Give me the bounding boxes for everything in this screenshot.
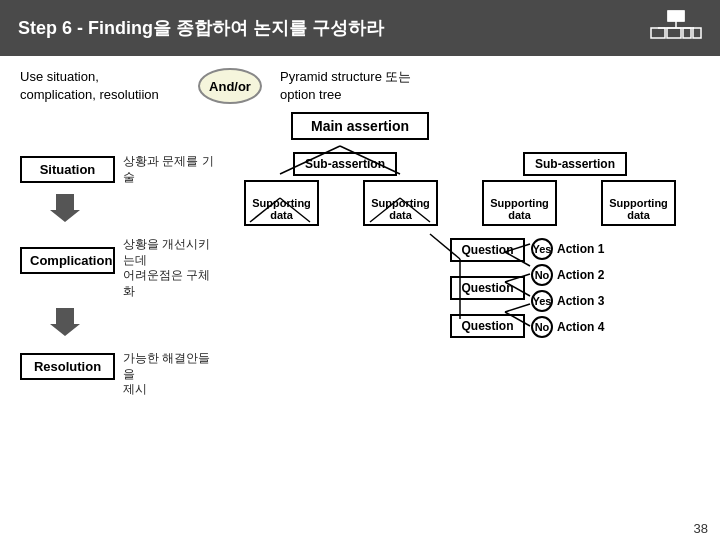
situation-label: Situation [20, 156, 115, 183]
main-assertion-box: Main assertion [291, 112, 429, 140]
left-column: Situation 상황과 문제를 기술 Complication 상황을 개선… [20, 144, 220, 406]
arrow-down-1 [50, 194, 80, 222]
pyramid-label: Pyramid structure 또는 option tree [280, 68, 411, 104]
arrow-down-2 [50, 308, 80, 336]
actions-column: Yes Action 1 No Action 2 Yes [531, 238, 604, 338]
main-assertion-wrapper: Main assertion [20, 112, 700, 140]
question-2: Question [450, 276, 525, 300]
action-row-3: Yes Action 3 [531, 290, 604, 312]
yes-badge-3: Yes [531, 290, 553, 312]
situation-text: 상황과 문제를 기술 [123, 154, 220, 185]
right-column: Sub-assertion Sub-assertion Supporting d… [220, 144, 700, 406]
resolution-text: 가능한 해결안들을 제시 [123, 336, 220, 398]
svg-rect-5 [667, 28, 681, 38]
question-1: Question [450, 238, 525, 262]
supporting-data-2: Supporting data [363, 180, 438, 226]
action-label-4: Action 4 [557, 320, 604, 334]
svg-rect-6 [683, 28, 691, 38]
supporting-data-4: Supporting data [601, 180, 676, 226]
complication-text: 상황을 개선시키는데 어려운점은 구체화 [123, 222, 220, 300]
hierarchy-icon [650, 10, 702, 46]
no-badge-4: No [531, 316, 553, 338]
svg-rect-7 [693, 28, 701, 38]
header: Step 6 - Finding을 종합하여 논지를 구성하라 [0, 0, 720, 56]
supporting-data-row: Supporting data Supporting data Supporti… [220, 180, 700, 226]
supporting-data-3: Supporting data [482, 180, 557, 226]
action-row-1: Yes Action 1 [531, 238, 604, 260]
situation-item: Situation 상황과 문제를 기술 [20, 154, 220, 185]
sub-assertion-row: Sub-assertion Sub-assertion [220, 152, 700, 176]
svg-rect-0 [668, 11, 684, 21]
complication-label: Complication [20, 247, 115, 274]
svg-marker-13 [50, 308, 80, 336]
qa-area: Question Question Question Yes Action 1 [440, 234, 700, 338]
sub-assertion-right: Sub-assertion [523, 152, 627, 176]
complication-item: Complication 상황을 개선시키는데 어려운점은 구체화 [20, 222, 220, 300]
no-badge-2: No [531, 264, 553, 286]
resolution-label: Resolution [20, 353, 115, 380]
resolution-item: Resolution 가능한 해결안들을 제시 [20, 336, 220, 398]
action-row-4: No Action 4 [531, 316, 604, 338]
svg-marker-12 [50, 194, 80, 222]
yes-badge-1: Yes [531, 238, 553, 260]
svg-rect-4 [651, 28, 665, 38]
use-situation-label: Use situation, complication, resolutiion [20, 68, 180, 104]
diagram: Situation 상황과 문제를 기술 Complication 상황을 개선… [20, 144, 700, 406]
sub-assertion-left: Sub-assertion [293, 152, 397, 176]
action-label-3: Action 3 [557, 294, 604, 308]
page-number: 38 [694, 521, 708, 536]
question-3: Question [450, 314, 525, 338]
action-label-2: Action 2 [557, 268, 604, 282]
supporting-data-1: Supporting data [244, 180, 319, 226]
andor-box: And/or [198, 68, 262, 104]
header-title: Step 6 - Finding을 종합하여 논지를 구성하라 [18, 16, 384, 40]
questions-column: Question Question Question [450, 234, 525, 338]
action-label-1: Action 1 [557, 242, 604, 256]
action-row-2: No Action 2 [531, 264, 604, 286]
top-row: Use situation, complication, resolutiion… [20, 68, 700, 104]
